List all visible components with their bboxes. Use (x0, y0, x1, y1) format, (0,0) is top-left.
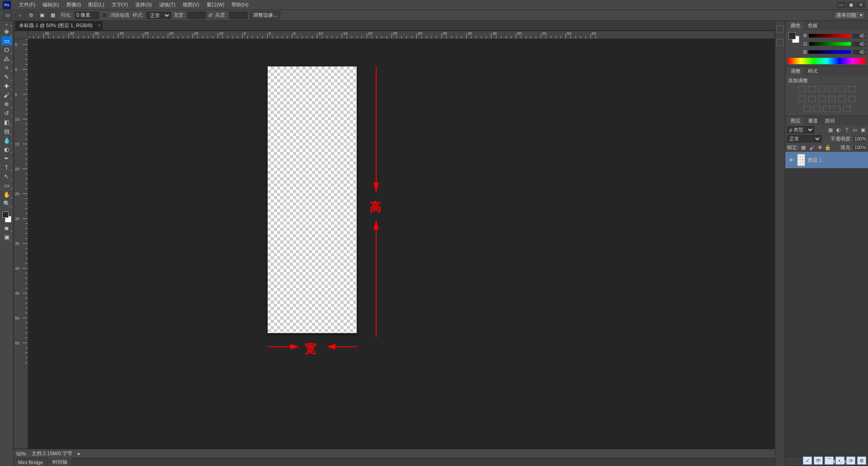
dodge-tool[interactable]: ◐ (1, 145, 12, 154)
ime-btn-6[interactable]: ⚙ (857, 457, 866, 465)
sel-intersect-icon[interactable]: ▩ (48, 11, 58, 19)
lock-all-icon[interactable]: 🔒 (825, 145, 831, 151)
menu-image[interactable]: 图像(I) (63, 0, 85, 9)
adj-extra2-icon[interactable] (843, 106, 850, 112)
sel-new-icon[interactable]: ▫ (15, 11, 25, 19)
doc-info[interactable]: 文档:2.15M/0 字节 (32, 450, 72, 457)
brush-tool[interactable]: 🖌 (1, 90, 12, 99)
ruler-vertical[interactable]: 50510152025303540455055 (14, 39, 28, 449)
menu-edit[interactable]: 编辑(E) (39, 0, 63, 9)
adj-vibrance-icon[interactable] (838, 86, 845, 92)
adj-thresh-icon[interactable] (803, 106, 811, 112)
wand-tool[interactable]: ⁂ (1, 54, 12, 63)
visibility-icon[interactable]: 👁 (788, 157, 794, 163)
adj-hue-icon[interactable] (848, 86, 855, 92)
panel-fg-swatch[interactable] (788, 32, 796, 39)
fill-value[interactable]: 100% (854, 145, 866, 150)
tab-minibridge[interactable]: Mini Bridge (14, 459, 48, 466)
screenmode-tool[interactable]: ▣ (1, 232, 12, 241)
ime-btn-2[interactable]: 中 (814, 457, 823, 465)
menu-window[interactable]: 窗口(W) (203, 0, 228, 9)
tab-timeline[interactable]: 时间轴 (48, 458, 72, 466)
foreground-swatch[interactable] (2, 212, 9, 218)
lock-trans-icon[interactable]: ▦ (800, 145, 807, 151)
move-tool[interactable]: ✥ (1, 27, 12, 36)
lock-pos-icon[interactable]: ✥ (816, 145, 823, 151)
pen-tool[interactable]: ✒ (1, 154, 12, 163)
layer-item[interactable]: 👁 图层 1 (785, 152, 868, 168)
feather-input[interactable] (75, 12, 99, 19)
adj-extra1-icon[interactable] (833, 106, 840, 112)
ime-btn-5[interactable]: ⟳ (846, 457, 855, 465)
menu-help[interactable]: 帮助(H) (228, 0, 252, 9)
antialias-checkbox[interactable] (102, 13, 107, 18)
adj-brightness-icon[interactable] (798, 86, 806, 92)
blend-mode-select[interactable]: 正常 (787, 135, 821, 142)
menu-view[interactable]: 视图(V) (179, 0, 203, 9)
adj-levels-icon[interactable] (808, 86, 816, 92)
sel-sub-icon[interactable]: ▣ (37, 11, 47, 19)
b-slider[interactable] (808, 50, 851, 54)
history-brush-tool[interactable]: ↺ (1, 108, 12, 118)
workspace-selector[interactable]: 基本功能▾ (834, 11, 865, 19)
panel-swatches[interactable] (788, 32, 800, 43)
filter-adjust-icon[interactable]: ◐ (835, 127, 842, 133)
refine-edge-button[interactable]: 调整边缘... (250, 11, 280, 19)
hand-tool[interactable]: ✋ (1, 190, 12, 199)
layer-kind-select[interactable]: ρ 类型 (787, 126, 814, 133)
status-arrow-icon[interactable]: ▸ (78, 451, 80, 457)
ime-btn-4[interactable]: •, (835, 457, 844, 465)
adj-poster-icon[interactable] (848, 96, 855, 102)
menu-select[interactable]: 选择(S) (132, 0, 156, 9)
tab-adjust[interactable]: 调整 (787, 67, 804, 75)
tab-paths[interactable]: 路径 (821, 117, 839, 125)
layers-empty-area[interactable] (785, 168, 868, 457)
adj-curves-icon[interactable] (818, 86, 826, 92)
layer-name[interactable]: 图层 1 (808, 157, 822, 164)
tab-color[interactable]: 颜色 (787, 21, 804, 30)
tab-swatches[interactable]: 色板 (804, 21, 821, 30)
maximize-button[interactable]: ▣ (846, 2, 855, 8)
blur-tool[interactable]: 💧 (1, 136, 12, 145)
type-tool[interactable]: T (1, 163, 12, 172)
ruler-horizontal[interactable]: 4540353025201510505101520253035404550556… (28, 31, 775, 39)
adj-mixer-icon[interactable] (818, 96, 826, 102)
adj-gradmap-icon[interactable] (813, 106, 821, 112)
collapse-icon[interactable]: » (1, 22, 12, 27)
canvas[interactable]: 高 宽 (28, 39, 775, 449)
close-button[interactable]: ✕ (856, 2, 865, 8)
g-slider[interactable] (809, 42, 851, 46)
filter-shape-icon[interactable]: ▭ (852, 127, 858, 133)
style-select[interactable]: 正常 (146, 12, 171, 19)
b-value[interactable]: 40 (853, 50, 865, 55)
quickmask-tool[interactable]: ◙ (1, 223, 12, 232)
close-tab-icon[interactable]: × (98, 23, 100, 28)
r-value[interactable]: 40 (853, 33, 865, 38)
tool-preset-icon[interactable]: ▭ (3, 11, 13, 19)
tab-styles[interactable]: 样式 (804, 67, 821, 75)
adj-bw-icon[interactable] (798, 96, 806, 102)
eyedropper-tool[interactable]: ✎ (1, 72, 12, 81)
zoom-value[interactable]: 50% (16, 451, 26, 457)
filter-pixel-icon[interactable]: ▦ (827, 127, 834, 133)
eraser-tool[interactable]: ◧ (1, 118, 12, 127)
ime-btn-3[interactable]: ⌒ (825, 457, 834, 465)
adj-photo-icon[interactable] (808, 96, 816, 102)
spectrum-bar[interactable] (788, 58, 865, 64)
menu-layer[interactable]: 图层(L) (85, 0, 108, 9)
tab-channels[interactable]: 通道 (804, 117, 821, 125)
r-slider[interactable] (809, 34, 851, 38)
sel-add-icon[interactable]: ⧉ (26, 11, 36, 19)
adj-lookup-icon[interactable] (828, 96, 835, 102)
stamp-tool[interactable]: ✲ (1, 99, 12, 108)
filter-smart-icon[interactable]: ▣ (860, 127, 866, 133)
menu-type[interactable]: 文字(Y) (108, 0, 132, 9)
adj-invert-icon[interactable] (838, 96, 845, 102)
lasso-tool[interactable]: ⵔ (1, 45, 12, 54)
document-canvas[interactable] (268, 66, 357, 333)
menu-file[interactable]: 文件(F) (15, 0, 39, 9)
crop-tool[interactable]: ⌗ (1, 63, 12, 72)
shape-tool[interactable]: ▭ (1, 181, 12, 190)
gradient-tool[interactable]: ▤ (1, 127, 12, 136)
opacity-value[interactable]: 100% (854, 137, 866, 141)
